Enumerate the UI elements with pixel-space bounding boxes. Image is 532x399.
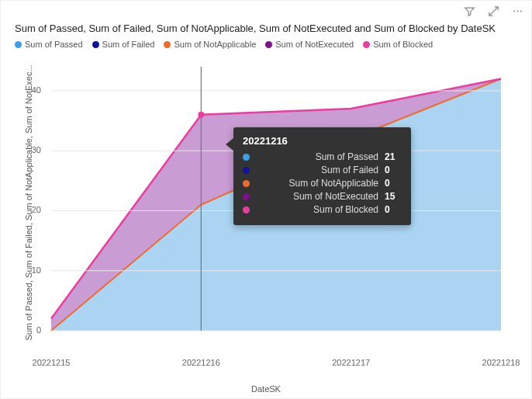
svg-point-2 xyxy=(520,11,522,12)
tooltip-row: Sum of NotApplicable 0 xyxy=(243,178,402,189)
tooltip-row: Sum of Failed 0 xyxy=(243,165,402,175)
tooltip-swatch xyxy=(243,180,250,187)
tooltip-swatch xyxy=(243,167,250,174)
tooltip-label: Sum of NotExecuted xyxy=(256,191,378,202)
more-options-icon[interactable] xyxy=(512,5,523,19)
tooltip-value: 0 xyxy=(385,165,402,175)
x-tick-label: 20221217 xyxy=(328,358,375,367)
svg-point-0 xyxy=(513,11,515,12)
legend-label: Sum of Passed xyxy=(25,40,83,49)
legend-label: Sum of NotApplicable xyxy=(174,40,256,49)
legend-swatch xyxy=(265,41,272,48)
chart-legend: Sum of Passed Sum of Failed Sum of NotAp… xyxy=(15,40,517,49)
legend-swatch xyxy=(164,41,171,48)
tooltip-value: 21 xyxy=(385,151,402,162)
y-tick-label: 0 xyxy=(27,325,41,335)
tooltip-value: 0 xyxy=(385,178,402,189)
filter-icon[interactable] xyxy=(464,5,475,19)
tooltip-swatch xyxy=(243,154,250,161)
legend-label: Sum of NotExecuted xyxy=(275,40,354,49)
tooltip-label: Sum of Passed xyxy=(256,151,378,162)
tooltip-label: Sum of Blocked xyxy=(256,204,378,215)
tooltip-swatch xyxy=(243,206,250,213)
tooltip-row: Sum of Blocked 0 xyxy=(243,204,402,215)
tooltip-title: 20221216 xyxy=(243,135,402,147)
legend-item[interactable]: Sum of NotApplicable xyxy=(164,40,256,49)
svg-point-1 xyxy=(517,11,519,12)
visual-actions xyxy=(464,5,523,19)
tooltip-row: Sum of NotExecuted 15 xyxy=(243,191,402,202)
legend-swatch xyxy=(15,41,22,48)
legend-item[interactable]: Sum of Failed xyxy=(92,40,155,49)
legend-item[interactable]: Sum of NotExecuted xyxy=(265,40,354,49)
tooltip: 20221216 Sum of Passed 21 Sum of Failed … xyxy=(233,127,411,225)
y-tick-label: 30 xyxy=(27,145,41,154)
x-tick-label: 20221218 xyxy=(478,358,524,367)
tooltip-row: Sum of Passed 21 xyxy=(243,151,402,162)
tooltip-label: Sum of Failed xyxy=(256,165,378,175)
x-tick-label: 20221215 xyxy=(28,358,74,367)
legend-item[interactable]: Sum of Passed xyxy=(15,40,83,49)
hover-point xyxy=(198,112,204,118)
legend-item[interactable]: Sum of Blocked xyxy=(363,40,433,49)
x-tick-label: 20221216 xyxy=(178,358,224,367)
y-tick-label: 40 xyxy=(27,85,41,95)
tooltip-label: Sum of NotApplicable xyxy=(256,178,378,189)
focus-mode-icon[interactable] xyxy=(488,5,499,19)
legend-label: Sum of Failed xyxy=(102,40,155,49)
y-tick-label: 10 xyxy=(27,265,41,275)
tooltip-arrow xyxy=(226,138,233,151)
chart-visual: Sum of Passed, Sum of Failed, Sum of Not… xyxy=(0,0,532,399)
y-tick-label: 20 xyxy=(27,205,41,214)
legend-label: Sum of Blocked xyxy=(373,40,433,49)
tooltip-value: 0 xyxy=(385,204,402,215)
tooltip-value: 15 xyxy=(385,191,402,202)
y-axis-label: Sum of Passed, Sum of Failed, Sum of Not… xyxy=(24,63,33,342)
chart-title: Sum of Passed, Sum of Failed, Sum of Not… xyxy=(15,23,517,34)
legend-swatch xyxy=(363,41,370,48)
legend-swatch xyxy=(92,41,99,48)
x-axis-label: DateSK xyxy=(1,384,531,394)
tooltip-swatch xyxy=(243,193,250,200)
